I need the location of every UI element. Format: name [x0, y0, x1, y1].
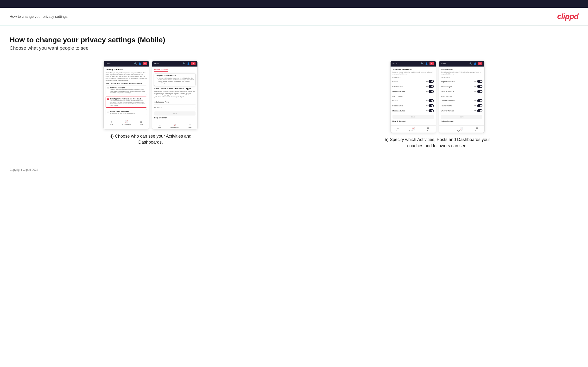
option-everyone[interactable]: Everyone on Clippd Everyone on Clippd ca… [106, 85, 147, 95]
tooltip-option: Only you and the coaches you connect wit… [156, 77, 194, 83]
search-icon-4[interactable]: 🔍 [469, 62, 472, 65]
bottom-nav-perf-3[interactable]: 📈 My Performance [406, 127, 421, 132]
chevron-left-icon: ‹ [106, 63, 106, 65]
dot-menu-icon-2[interactable]: ⊕ [191, 62, 196, 65]
followers-player-dash-row: Player Dashboard ON [441, 98, 482, 103]
option-coach-only[interactable]: Only You and Your Coach Only you and the… [106, 109, 147, 116]
radio-followers[interactable] [107, 98, 109, 100]
dot-menu-icon-3[interactable]: ⊕ [430, 62, 434, 65]
menu-icon-4: ☰ [476, 127, 478, 130]
dashboards-title: Dashboards [441, 68, 482, 71]
page-title: How to change your privacy settings (Mob… [10, 36, 578, 44]
coaches-rounds-toggle[interactable] [429, 80, 434, 83]
performance-icon-3: 📈 [412, 127, 415, 130]
caption-2: 5) Specify which Activities, Posts and D… [377, 137, 498, 149]
followers-what-work-toggle[interactable] [477, 109, 482, 112]
followers-practice-on-text: ON [426, 105, 428, 106]
privacy-controls-tab[interactable]: Privacy Controls [154, 68, 168, 72]
dashboards-label: Dashboards [154, 106, 163, 108]
screens-pair-2: ‹ Back 🔍 👤 ⊕ Activities and Posts Select… [296, 60, 579, 133]
back-button-3[interactable]: ‹ Back [392, 63, 397, 65]
dashboards-item[interactable]: Dashboards › [154, 105, 196, 110]
coaches-rounds-toggle-group: ON [426, 80, 434, 83]
search-icon-2[interactable]: 🔍 [182, 62, 185, 65]
coaches-round-insights-row: Round Insights ON [441, 84, 482, 89]
bottom-nav-perf-4[interactable]: 📈 My Performance [454, 127, 469, 132]
profile-icon[interactable]: 👤 [138, 62, 141, 65]
coaches-what-work-toggle[interactable] [477, 90, 482, 93]
bottom-nav-menu-2[interactable]: ☰ Menu [182, 124, 198, 128]
coaches-player-dash-row: Player Dashboard ON [441, 79, 482, 84]
coaches-what-work-group: ON [474, 90, 482, 93]
coaches-round-insights-toggle[interactable] [477, 85, 482, 88]
coaches-round-insights-group: ON [474, 85, 482, 88]
bottom-nav-menu-3[interactable]: ☰ Menu [421, 127, 436, 132]
bottom-nav-2: ⌂ Home 📈 My Performance ☰ Menu [152, 122, 198, 129]
save-button-2[interactable]: Save [154, 111, 196, 116]
bottom-nav-perf-1[interactable]: 📈 My Performance [119, 120, 134, 125]
tooltip-box: Only You and Your Coach Only you and the… [154, 73, 196, 86]
performance-label-3: My Performance [409, 130, 417, 132]
save-button-4[interactable]: Save [441, 115, 482, 119]
profile-icon-3[interactable]: 👤 [425, 62, 428, 65]
bottom-nav-menu-1[interactable]: ☰ Menu [134, 120, 149, 125]
save-button-3[interactable]: Save [392, 115, 434, 119]
phone-screen-4: ‹ Back 🔍 👤 ⊕ Dashboards Select the dashb… [439, 60, 484, 133]
option-followers[interactable]: Only Approved Followers and Your Coach O… [106, 97, 147, 108]
chevron-left-icon-2: ‹ [154, 63, 155, 65]
back-button-2[interactable]: ‹ Back [154, 63, 159, 65]
back-label-3: Back [393, 63, 397, 65]
coaches-player-dash-label: Player Dashboard [441, 81, 455, 82]
dot-menu-icon[interactable]: ⊕ [143, 62, 147, 65]
bottom-nav-menu-4[interactable]: ☰ Menu [469, 127, 484, 132]
nav-bar-4: ‹ Back 🔍 👤 ⊕ [439, 61, 484, 67]
search-icon[interactable]: 🔍 [134, 62, 137, 65]
chevron-left-icon-3: ‹ [392, 63, 393, 65]
coaches-practice-toggle[interactable] [429, 85, 434, 88]
screen4-content: Dashboards Select the dashboards that yo… [439, 67, 484, 125]
activities-posts-item[interactable]: Activities and Posts › [154, 100, 196, 105]
back-button-1[interactable]: ‹ Back [106, 63, 110, 65]
bottom-nav-3: ⌂ Home 📈 My Performance ☰ Menu [390, 125, 436, 133]
coaches-player-dash-group: ON [474, 80, 482, 83]
coaches-practice-on-text: ON [426, 86, 428, 87]
radio-everyone[interactable] [107, 87, 109, 89]
option-everyone-label: Everyone on Clippd [110, 87, 146, 89]
home-label-3: Home [396, 130, 399, 132]
followers-round-insights-row: Round Insights ON [441, 103, 482, 108]
back-label-1: Back [107, 63, 111, 65]
bottom-nav-home-3[interactable]: ⌂ Home [390, 127, 406, 132]
search-icon-3[interactable]: 🔍 [421, 62, 424, 65]
followers-rounds-toggle[interactable] [429, 99, 434, 102]
profile-icon-2[interactable]: 👤 [187, 62, 190, 65]
coaches-player-dash-toggle[interactable] [477, 80, 482, 83]
coaches-manual-on-text: ON [426, 91, 428, 92]
radio-coach-only[interactable] [107, 111, 109, 113]
coaches-manual-toggle[interactable] [429, 90, 434, 93]
profile-icon-4[interactable]: 👤 [474, 62, 477, 65]
privacy-controls-title: Privacy Controls [106, 68, 147, 71]
menu-label-2: Menu [189, 127, 192, 128]
back-button-4[interactable]: ‹ Back [441, 63, 446, 65]
followers-practice-toggle-group: ON [426, 104, 434, 107]
followers-round-insights-toggle[interactable] [477, 104, 482, 107]
home-label-1: Home [110, 124, 113, 125]
bottom-nav-home-4[interactable]: ⌂ Home [439, 127, 454, 132]
followers-manual-toggle[interactable] [429, 109, 434, 112]
menu-icon-1: ☰ [140, 120, 142, 123]
followers-round-insights-group: ON [474, 104, 482, 107]
help-support-3: Help & Support [392, 119, 434, 124]
followers-practice-toggle[interactable] [429, 104, 434, 107]
dashboards-desc: Select the dashboards that you'd like to… [441, 71, 482, 75]
home-icon-2: ⌂ [159, 124, 161, 126]
bottom-nav-home-2[interactable]: ⌂ Home [152, 124, 167, 128]
bottom-nav-perf-2[interactable]: 📈 My Performance [167, 124, 182, 128]
show-hide-desc: Regardless of the privacy controls that … [154, 91, 196, 98]
followers-player-dash-toggle[interactable] [477, 99, 482, 102]
bottom-nav-1: ⌂ Home 📈 My Performance ☰ Menu [104, 119, 149, 126]
tooltip-radio [156, 78, 157, 79]
coaches-what-work-row: What To Work On ON [441, 89, 482, 94]
bottom-nav-home-1[interactable]: ⌂ Home [104, 120, 119, 125]
performance-icon-1: 📈 [125, 120, 128, 123]
dot-menu-icon-4[interactable]: ⊕ [478, 62, 482, 65]
